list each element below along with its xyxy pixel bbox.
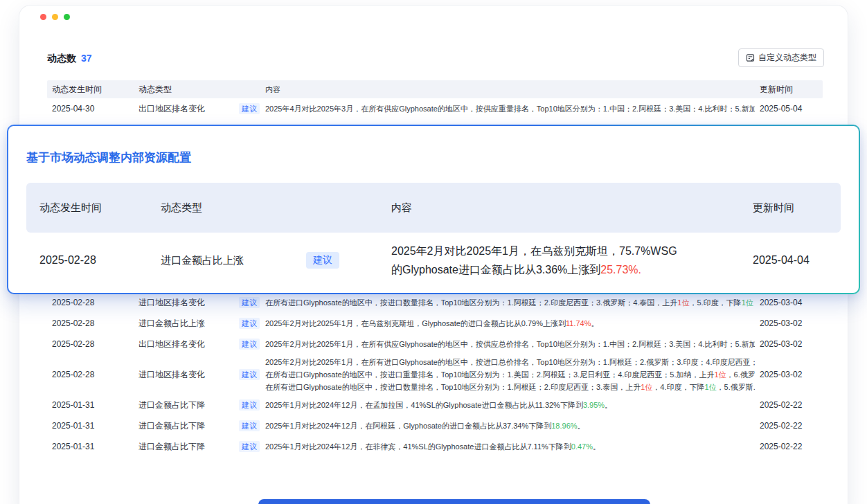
row-updated: 2025-02-22 — [755, 421, 823, 431]
highlight-col-type: 动态类型 — [148, 201, 378, 215]
col-header-updated: 更新时间 — [755, 84, 823, 96]
table-row[interactable]: 2025-02-28 进口金额占比上涨建议 2025年2月对比2025年1月，在… — [47, 313, 823, 334]
row-type-label: 进口地区排名变化 — [138, 370, 205, 379]
row-date: 2025-01-31 — [47, 421, 135, 431]
minimize-window-button[interactable] — [52, 14, 58, 20]
customize-types-label: 自定义动态类型 — [758, 52, 816, 64]
highlight-table-header: 动态发生时间 动态类型 内容 更新时间 — [26, 183, 841, 233]
row-type-label: 进口金额占比下降 — [138, 400, 205, 410]
highlight-col-updated: 更新时间 — [740, 201, 841, 215]
highlight-col-date: 动态发生时间 — [26, 201, 148, 215]
col-header-type: 动态类型 — [135, 84, 262, 96]
table-row[interactable]: 2025-02-28 进口地区排名变化建议 在所有进口Glyphosate的地区… — [47, 292, 823, 313]
highlight-card-title: 基于市场动态调整内部资源配置 — [26, 150, 841, 166]
highlight-card-inner: 基于市场动态调整内部资源配置 动态发生时间 动态类型 内容 更新时间 2025-… — [8, 126, 859, 293]
table-header: 动态发生时间 动态类型 内容 更新时间 — [47, 80, 823, 98]
row-updated: 2025-03-02 — [755, 370, 823, 379]
content-line: 2025年2月对比2025年1月，在所有供应Glyphosate的地区中，按供应… — [265, 338, 755, 350]
table-row[interactable]: 2025-01-31 进口金额占比下降建议 2025年1月对比2024年12月，… — [47, 415, 823, 436]
row-date: 2025-02-28 — [47, 339, 135, 349]
suggestion-tag: 建议 — [239, 339, 260, 350]
highlight-row-updated: 2025-04-04 — [740, 254, 841, 267]
table-row[interactable]: 2025-04-30 出口地区排名变化建议 2025年4月对比2025年3月，在… — [47, 98, 823, 119]
row-type: 出口地区排名变化建议 — [135, 339, 262, 350]
highlight-row-type: 进口金额占比上涨 建议 — [148, 252, 378, 269]
close-window-button[interactable] — [40, 14, 46, 20]
row-date: 2025-01-31 — [47, 400, 135, 410]
content-line: 在所有进口Glyphosate的地区中，按进口数量排名，Top10地区分别为：1… — [265, 296, 755, 309]
window-controls — [40, 14, 70, 20]
content-line: 2025年2月对比2025年1月，在乌兹别克斯坦，75.7%WSG — [391, 242, 740, 260]
row-content: 2025年1月对比2024年12月，在阿根廷，Glyphosate的进口金额占比… — [262, 420, 755, 432]
row-type: 进口金额占比下降建议 — [135, 399, 262, 411]
suggestion-tag: 建议 — [306, 252, 339, 269]
row-updated: 2025-03-02 — [755, 339, 823, 349]
suggestion-tag: 建议 — [239, 441, 260, 452]
highlight-row-type-label: 进口金额占比上涨 — [161, 254, 244, 267]
suggestion-tag: 建议 — [239, 369, 260, 380]
row-content: 2025年2月对比2025年1月，在所有供应Glyphosate的地区中，按供应… — [262, 338, 755, 350]
row-type: 进口地区排名变化建议 — [135, 369, 262, 381]
feed-count-label: 动态数 — [47, 53, 76, 64]
row-updated: 2025-03-02 — [755, 318, 823, 328]
feed-count-value: 37 — [81, 53, 92, 64]
row-content: 2025年2月对比2025年1月，在所有进口Glyphosate的地区中，按进口… — [262, 356, 755, 393]
highlight-row[interactable]: 2025-02-28 进口金额占比上涨 建议 2025年2月对比2025年1月，… — [26, 233, 841, 288]
col-header-content: 内容 — [262, 84, 755, 95]
row-type-label: 出口地区排名变化 — [138, 339, 205, 349]
row-type: 进口金额占比下降建议 — [135, 420, 262, 432]
table-row[interactable]: 2025-02-28 进口地区排名变化建议 2025年2月对比2025年1月，在… — [47, 354, 823, 395]
row-type-label: 进口金额占比上涨 — [138, 318, 205, 328]
customize-types-button[interactable]: 自定义动态类型 — [738, 48, 824, 67]
maximize-window-button[interactable] — [64, 14, 70, 20]
highlight-col-content: 内容 — [378, 201, 740, 215]
row-updated: 2025-03-04 — [755, 298, 823, 307]
table-row[interactable]: 2025-01-31 进口金额占比下降建议 2025年1月对比2024年12月，… — [47, 436, 823, 457]
row-type: 进口地区排名变化建议 — [135, 297, 262, 309]
customize-form-icon — [746, 53, 755, 62]
content-line: 2025年1月对比2024年12月，在阿根廷，Glyphosate的进口金额占比… — [265, 420, 755, 432]
highlight-card: 基于市场动态调整内部资源配置 动态发生时间 动态类型 内容 更新时间 2025-… — [7, 125, 860, 294]
row-content: 2025年1月对比2024年12月，在孟加拉国，41%SL的Glyphosate… — [262, 399, 755, 411]
table-row[interactable]: 2025-02-28 出口地区排名变化建议 2025年2月对比2025年1月，在… — [47, 334, 823, 354]
suggestion-tag: 建议 — [239, 318, 260, 329]
suggestion-tag: 建议 — [239, 297, 260, 308]
feed-count: 动态数37 — [47, 53, 92, 65]
row-updated: 2025-02-22 — [755, 400, 823, 410]
row-updated: 2025-02-22 — [755, 442, 823, 451]
content-line: 在所有进口Glyphosate的地区中，按进口重量排名，Top10地区分别为：1… — [265, 368, 755, 381]
highlight-row-content: 2025年2月对比2025年1月，在乌兹别克斯坦，75.7%WSG的Glypho… — [378, 242, 740, 279]
row-type-label: 进口金额占比下降 — [138, 421, 205, 431]
row-date: 2025-02-28 — [47, 318, 135, 328]
content-line: 的Glyphosate进口金额占比从3.36%上涨到25.73%. — [391, 260, 740, 279]
content-line: 2025年2月对比2025年1月，在所有进口Glyphosate的地区中，按进口… — [265, 356, 755, 368]
toolbar: 动态数37 自定义动态类型 — [47, 48, 824, 69]
row-type: 进口金额占比上涨建议 — [135, 318, 262, 330]
content-line: 在所有进口Glyphosate的地区中，按进口数量排名，Top10地区分别为：1… — [265, 381, 755, 393]
row-type-label: 进口地区排名变化 — [138, 298, 205, 307]
row-date: 2025-04-30 — [47, 104, 135, 114]
row-type-label: 进口金额占比下降 — [138, 442, 205, 451]
content-line: 2025年2月对比2025年1月，在乌兹别克斯坦，Glyphosate的进口金额… — [265, 317, 755, 330]
table-row[interactable]: 2025-01-31 进口金额占比下降建议 2025年1月对比2024年12月，… — [47, 395, 823, 415]
row-type: 出口地区排名变化建议 — [135, 103, 262, 115]
suggestion-tag: 建议 — [239, 399, 260, 411]
row-type: 进口金额占比下降建议 — [135, 441, 262, 453]
row-content: 2025年4月对比2025年3月，在所有供应Glyphosate的地区中，按供应… — [262, 102, 755, 115]
content-line: 2025年4月对比2025年3月，在所有供应Glyphosate的地区中，按供应… — [265, 102, 755, 115]
row-type-label: 出口地区排名变化 — [138, 104, 205, 114]
col-header-date: 动态发生时间 — [47, 84, 135, 96]
suggestion-tag: 建议 — [239, 103, 260, 114]
highlight-row-date: 2025-02-28 — [26, 254, 148, 267]
content-line: 2025年1月对比2024年12月，在孟加拉国，41%SL的Glyphosate… — [265, 399, 755, 411]
row-date: 2025-02-28 — [47, 370, 135, 379]
content-line: 2025年1月对比2024年12月，在菲律宾，41%SL的Glyphosate进… — [265, 440, 755, 453]
row-content: 2025年2月对比2025年1月，在乌兹别克斯坦，Glyphosate的进口金额… — [262, 317, 755, 330]
row-date: 2025-02-28 — [47, 298, 135, 307]
suggestion-tag: 建议 — [239, 420, 260, 431]
row-content: 2025年1月对比2024年12月，在菲律宾，41%SL的Glyphosate进… — [262, 440, 755, 453]
row-date: 2025-01-31 — [47, 442, 135, 451]
row-content: 在所有进口Glyphosate的地区中，按进口数量排名，Top10地区分别为：1… — [262, 296, 755, 309]
bottom-partial-bar — [258, 499, 650, 504]
row-updated: 2025-05-04 — [755, 104, 823, 114]
